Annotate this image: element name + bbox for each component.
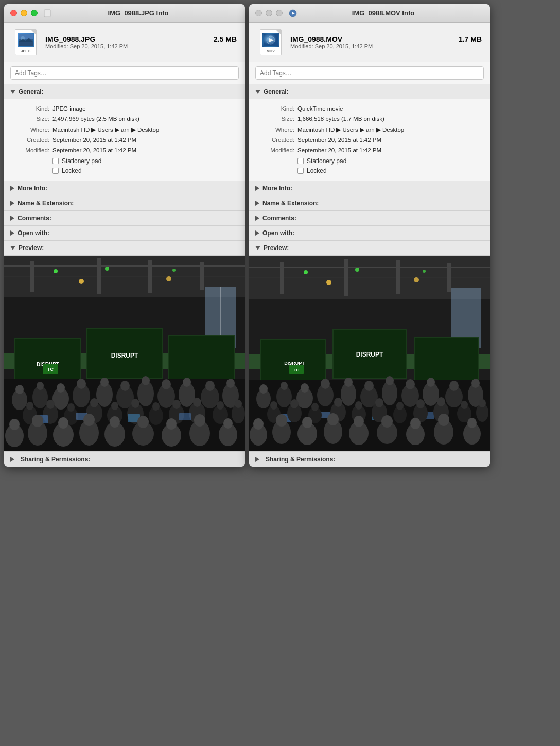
right-preview-triangle	[255, 246, 260, 250]
svg-point-116	[326, 280, 331, 285]
left-preview-section-header[interactable]: Preview:	[4, 241, 245, 256]
left-where-row: Where: Macintosh HD ▶ Users ▶ arn ▶ Desk…	[12, 126, 237, 134]
left-file-icon: JPEG	[15, 29, 37, 55]
right-more-info-section[interactable]: More Info:	[249, 181, 490, 196]
right-preview-image: DISRUPT DISRUPT TC	[249, 256, 490, 451]
svg-rect-110	[344, 259, 348, 296]
svg-point-83	[9, 419, 20, 430]
svg-point-188	[354, 416, 364, 427]
minimize-button[interactable]	[21, 10, 27, 16]
right-comments-section[interactable]: Comments:	[249, 211, 490, 226]
svg-point-138	[321, 379, 330, 389]
svg-point-134	[281, 382, 288, 390]
right-open-with-section[interactable]: Open with:	[249, 226, 490, 241]
svg-point-41	[77, 379, 86, 389]
left-open-with-triangle	[10, 230, 14, 236]
right-name-extension-section[interactable]: Name & Extension:	[249, 196, 490, 211]
svg-text:TC: TC	[294, 368, 300, 372]
right-maximize-button[interactable]	[276, 10, 283, 16]
right-sharing-triangle	[255, 457, 259, 462]
svg-rect-11	[30, 261, 34, 292]
left-sharing-triangle	[10, 457, 14, 462]
right-title-bar: IMG_0988.MOV Info	[249, 4, 490, 23]
right-file-name: IMG_0988.MOV	[290, 35, 342, 43]
left-file-icon-image	[18, 33, 34, 47]
left-file-name-row: 2.5 MB IMG_0988.JPG	[45, 35, 237, 43]
left-more-info-section[interactable]: More Info:	[4, 181, 245, 196]
left-general-section-header[interactable]: General:	[4, 84, 245, 99]
left-file-icon-area: JPEG	[12, 29, 39, 56]
svg-point-55	[226, 379, 235, 388]
svg-point-152	[471, 379, 480, 388]
left-preview-image: DISRUPT DISRUPT TC	[4, 256, 245, 451]
right-kind-value: QuickTime movie	[297, 104, 482, 113]
right-kind-row: Kind: QuickTime movie	[257, 104, 482, 113]
svg-rect-13	[148, 260, 152, 293]
right-locked-checkbox[interactable]	[297, 168, 304, 174]
left-open-with-section[interactable]: Open with:	[4, 226, 245, 241]
right-sharing-section[interactable]: Sharing & Permissions:	[249, 452, 490, 467]
svg-point-172	[416, 399, 425, 408]
svg-point-114	[355, 268, 359, 272]
right-file-info: 1.7 MB IMG_0988.MOV Modified: Sep 20, 20…	[290, 35, 482, 49]
svg-point-176	[461, 401, 468, 409]
svg-point-61	[67, 403, 75, 412]
left-locked-checkbox[interactable]	[52, 168, 59, 174]
right-close-button[interactable]	[255, 10, 262, 16]
svg-rect-24	[15, 339, 80, 383]
svg-point-35	[15, 385, 24, 394]
svg-point-170	[396, 402, 404, 410]
right-general-section-header[interactable]: General:	[249, 84, 490, 99]
left-name-extension-triangle	[10, 201, 14, 206]
svg-point-162	[311, 403, 319, 411]
right-preview-section-header[interactable]: Preview:	[249, 241, 490, 256]
svg-point-196	[467, 418, 477, 428]
right-name-extension-triangle	[255, 201, 259, 206]
svg-point-99	[223, 418, 233, 429]
left-stationery-row: Stationery pad	[52, 157, 237, 165]
left-where-label: Where:	[12, 126, 49, 134]
left-comments-section[interactable]: Comments:	[4, 211, 245, 226]
left-kind-value: JPEG image	[52, 104, 237, 113]
left-modified-label: Modified:	[12, 146, 49, 155]
right-info-window: IMG_0988.MOV Info	[249, 4, 490, 467]
left-general-content: Kind: JPEG image Size: 2,497,969 bytes (…	[4, 99, 245, 181]
svg-point-69	[152, 402, 160, 411]
right-locked-row: Locked	[297, 167, 482, 174]
right-modified-row: Modified: September 20, 2015 at 1:42 PM	[257, 146, 482, 155]
right-stationery-checkbox[interactable]	[297, 158, 304, 164]
close-button[interactable]	[10, 10, 17, 16]
svg-point-75	[217, 401, 224, 410]
right-minimize-button[interactable]	[266, 10, 272, 16]
svg-point-97	[194, 414, 205, 427]
svg-point-49	[162, 379, 171, 389]
svg-point-93	[137, 416, 149, 428]
right-more-info-label: More Info:	[262, 185, 292, 192]
left-stationery-checkbox[interactable]	[52, 158, 59, 164]
left-traffic-lights	[10, 10, 38, 16]
maximize-button[interactable]	[31, 10, 38, 16]
svg-point-174	[437, 397, 445, 406]
left-more-info-triangle	[10, 186, 14, 191]
right-preview-content: DISRUPT DISRUPT TC	[249, 256, 490, 452]
right-open-with-label: Open with:	[262, 229, 294, 237]
left-file-info: 2.5 MB IMG_0988.JPG Modified: Sep 20, 20…	[45, 35, 237, 49]
right-created-row: Created: September 20, 2015 at 1:42 PM	[257, 136, 482, 145]
left-file-modified: Modified: Sep 20, 2015, 1:42 PM	[45, 43, 237, 49]
svg-point-71	[172, 400, 181, 409]
right-file-icon-image	[262, 33, 279, 47]
left-sharing-section[interactable]: Sharing & Permissions:	[4, 452, 245, 467]
left-preview-triangle	[10, 246, 15, 250]
left-modified-value: September 20, 2015 at 1:42 PM	[52, 146, 237, 155]
svg-point-190	[381, 415, 393, 428]
left-created-label: Created:	[12, 136, 49, 145]
left-tags-input[interactable]	[10, 66, 239, 80]
svg-point-180	[253, 418, 264, 430]
svg-rect-127	[415, 338, 478, 381]
svg-point-148	[427, 378, 435, 387]
right-tags-input[interactable]	[255, 66, 484, 80]
right-tags-area	[249, 62, 490, 84]
left-size-value: 2,497,969 bytes (2.5 MB on disk)	[52, 115, 237, 123]
left-name-extension-section[interactable]: Name & Extension:	[4, 196, 245, 211]
svg-point-16	[105, 267, 109, 271]
